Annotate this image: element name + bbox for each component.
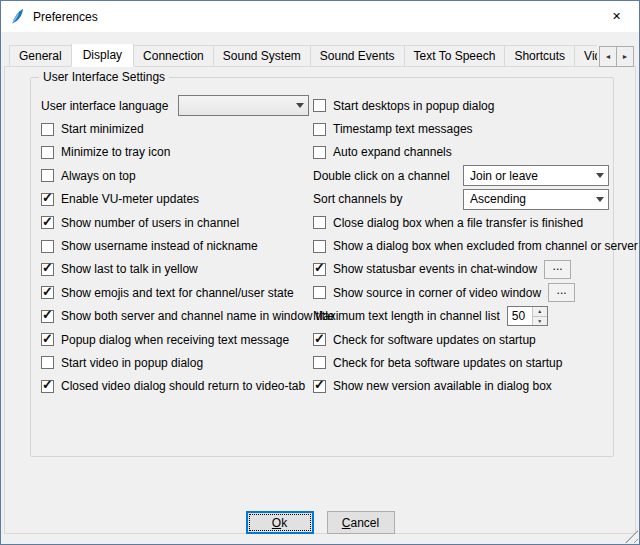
ui-settings-group: User Interface Settings User interface l…	[30, 77, 614, 457]
tab-sound-system[interactable]: Sound System	[213, 45, 311, 67]
checkbox-icon	[313, 240, 326, 253]
checkbox-desktops-popup[interactable]: Start desktops in popup dialog	[313, 94, 609, 117]
tab-video[interactable]: Video	[574, 45, 597, 67]
tab-general[interactable]: General	[9, 45, 72, 67]
cancel-button[interactable]: Cancel	[327, 511, 395, 534]
checkbox-icon	[41, 146, 54, 159]
app-icon	[9, 8, 26, 25]
checkbox-icon	[313, 146, 326, 159]
checkbox-auto-expand-channels[interactable]: Auto expand channels	[313, 141, 609, 164]
checkbox-emojis-text-state[interactable]: Show emojis and text for channel/user st…	[41, 281, 309, 304]
sort-channels-row: Sort channels by Ascending	[313, 188, 609, 211]
sort-channels-select[interactable]: Ascending	[463, 189, 609, 210]
tab-scroller: ◄ ►	[599, 46, 635, 67]
arrow-right-icon: ►	[622, 53, 629, 60]
video-source-options-button[interactable]: ...	[548, 283, 575, 302]
dialog-body: General Display Connection Sound System …	[1, 32, 639, 545]
checkbox-icon	[41, 193, 54, 206]
checkbox-icon	[41, 286, 54, 299]
checkbox-icon	[41, 216, 54, 229]
arrow-left-icon: ◄	[605, 53, 612, 60]
left-column: User interface language Start minimized …	[41, 94, 309, 398]
checkbox-timestamp-messages[interactable]: Timestamp text messages	[313, 117, 609, 140]
double-click-select[interactable]: Join or leave	[463, 165, 609, 186]
checkbox-show-user-count[interactable]: Show number of users in channel	[41, 211, 309, 234]
checkbox-update-check[interactable]: Check for software updates on startup	[313, 328, 609, 351]
checkbox-icon	[313, 263, 326, 276]
checkbox-last-talk-yellow[interactable]: Show last to talk in yellow	[41, 258, 309, 281]
checkbox-show-username[interactable]: Show username instead of nickname	[41, 234, 309, 257]
tab-sound-events[interactable]: Sound Events	[310, 45, 405, 67]
max-text-length-row: Maximum text length in channel list 50 ▲…	[313, 305, 609, 328]
max-text-length-spinner[interactable]: 50 ▲ ▼	[507, 306, 548, 326]
tab-scroll-right-button[interactable]: ►	[616, 46, 634, 67]
group-title: User Interface Settings	[39, 70, 169, 84]
tab-text-to-speech[interactable]: Text To Speech	[404, 45, 506, 67]
checkbox-start-minimized[interactable]: Start minimized	[41, 117, 309, 140]
checkbox-minimize-to-tray[interactable]: Minimize to tray icon	[41, 141, 309, 164]
language-row: User interface language	[41, 94, 309, 117]
sort-channels-value: Ascending	[470, 192, 590, 206]
window-title: Preferences	[33, 10, 98, 24]
statusbar-events-options-button[interactable]: ...	[544, 260, 571, 279]
checkbox-closed-video-return[interactable]: Closed video dialog should return to vid…	[41, 375, 309, 398]
tab-connection[interactable]: Connection	[133, 45, 214, 67]
ok-button[interactable]: Ok	[246, 511, 314, 534]
spin-up-icon[interactable]: ▲	[533, 307, 547, 317]
checkbox-vu-meter-updates[interactable]: Enable VU-meter updates	[41, 188, 309, 211]
double-click-row: Double click on a channel Join or leave	[313, 164, 609, 187]
double-click-value: Join or leave	[470, 169, 590, 183]
language-select[interactable]	[178, 95, 309, 116]
checkbox-icon	[313, 286, 326, 299]
checkbox-icon	[41, 169, 54, 182]
chevron-down-icon	[296, 103, 304, 108]
checkbox-icon	[41, 123, 54, 136]
spin-down-icon[interactable]: ▼	[533, 317, 547, 326]
checkbox-icon	[313, 333, 326, 346]
checkbox-close-filetransfer-dialog[interactable]: Close dialog box when a file transfer is…	[313, 211, 609, 234]
checkbox-server-channel-title[interactable]: Show both server and channel name in win…	[41, 305, 309, 328]
checkbox-icon	[313, 380, 326, 393]
checkbox-icon	[41, 333, 54, 346]
checkbox-icon	[313, 356, 326, 369]
checkbox-beta-update-check[interactable]: Check for beta software updates on start…	[313, 351, 609, 374]
title-bar: Preferences ✕	[1, 1, 639, 32]
checkbox-icon	[313, 99, 326, 112]
tab-page-display: User Interface Settings User interface l…	[4, 66, 636, 534]
checkbox-icon	[41, 356, 54, 369]
language-label: User interface language	[41, 99, 168, 113]
tab-shortcuts[interactable]: Shortcuts	[504, 45, 575, 67]
checkbox-popup-text-message[interactable]: Popup dialog when receiving text message	[41, 328, 309, 351]
dialog-footer: Ok Cancel	[1, 511, 639, 534]
max-text-length-label: Maximum text length in channel list	[313, 309, 500, 323]
checkbox-icon	[41, 240, 54, 253]
checkbox-video-source-corner[interactable]: Show source in corner of video window ..…	[313, 281, 609, 304]
close-icon: ✕	[612, 10, 621, 23]
preferences-dialog: Preferences ✕ General Display Connection…	[0, 0, 640, 545]
checkbox-icon	[41, 310, 54, 323]
checkbox-start-video-popup[interactable]: Start video in popup dialog	[41, 351, 309, 374]
tab-bar: General Display Connection Sound System …	[9, 44, 597, 67]
checkbox-statusbar-events[interactable]: Show statusbar events in chat-window ...	[313, 258, 609, 281]
tab-display[interactable]: Display	[71, 44, 134, 67]
sort-channels-label: Sort channels by	[313, 192, 402, 206]
checkbox-icon	[313, 216, 326, 229]
tab-scroll-left-button[interactable]: ◄	[599, 46, 617, 67]
checkbox-icon	[41, 380, 54, 393]
chevron-down-icon	[596, 173, 604, 178]
checkbox-new-version-dialog[interactable]: Show new version available in dialog box	[313, 375, 609, 398]
double-click-label: Double click on a channel	[313, 169, 450, 183]
checkbox-icon	[313, 123, 326, 136]
close-button[interactable]: ✕	[594, 1, 639, 32]
checkbox-excluded-dialog[interactable]: Show a dialog box when excluded from cha…	[313, 234, 609, 257]
checkbox-icon	[41, 263, 54, 276]
max-text-length-value: 50	[508, 307, 532, 325]
chevron-down-icon	[596, 197, 604, 202]
checkbox-always-on-top[interactable]: Always on top	[41, 164, 309, 187]
right-column: Start desktops in popup dialog Timestamp…	[313, 94, 609, 398]
